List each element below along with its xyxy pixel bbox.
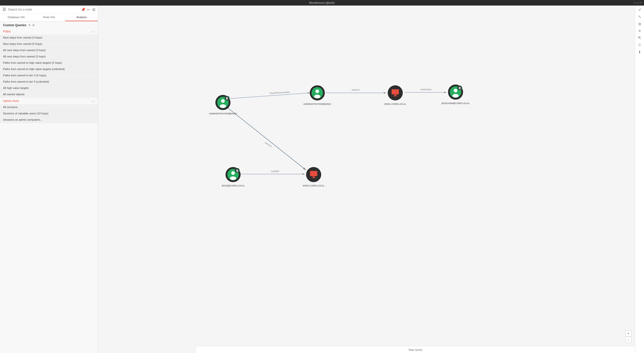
titlebar: BloodHound (@ly4k) — □ × xyxy=(0,0,644,6)
edge-label-adminto-ws01: AdminTo xyxy=(352,89,360,91)
app-title: BloodHound (@ly4k) xyxy=(309,1,335,4)
custom-queries-title: Custom Queries xyxy=(3,23,26,27)
node-admin-ws01[interactable]: ADMINISTRATOR@WS01 xyxy=(303,86,331,105)
svg-text:💀: 💀 xyxy=(458,87,461,90)
edit-icon[interactable]: ✎ xyxy=(28,24,31,27)
edge-label-sharedpasswordwith: SharedPasswordWith xyxy=(270,91,290,94)
zoom-out-btn[interactable]: − xyxy=(625,337,631,343)
right-icon-2[interactable]: ⤡ xyxy=(638,15,641,19)
admin-hunt-query-item[interactable]: All sessions xyxy=(0,104,98,110)
maximize-btn[interactable]: □ xyxy=(637,1,639,5)
paths-items: Next steps from owned (3 hops)Next steps… xyxy=(0,35,98,98)
tab-analysis[interactable]: Analysis xyxy=(65,14,98,21)
graph-area[interactable]: SharedPasswordWith AdminTo HasSession Ad… xyxy=(98,6,644,353)
hamburger-icon[interactable]: ☰ xyxy=(3,7,6,12)
node-jdoeadm[interactable]: 💀 JDOEADM@CORP.LOCAL xyxy=(441,85,470,105)
svg-rect-13 xyxy=(394,94,396,96)
svg-point-23 xyxy=(231,171,235,175)
app-container: ☰ 📌 ⊢ ⊟ Database Info Node Info Analysis… xyxy=(0,6,644,353)
svg-text:💀: 💀 xyxy=(236,169,239,172)
svg-rect-28 xyxy=(310,171,317,176)
right-icon-3[interactable]: ◎ xyxy=(638,22,641,26)
zoom-controls: + − xyxy=(625,330,631,343)
paths-section-header: Paths — xyxy=(0,28,98,35)
admin-hunt-section-header: Admin Hunt — xyxy=(0,98,98,104)
paths-query-item[interactable]: Paths from owned to tier 0 (5 hops) xyxy=(0,72,98,79)
paths-title: Paths xyxy=(3,30,11,33)
svg-point-18 xyxy=(452,94,459,98)
admin-hunt-title: Admin Hunt xyxy=(3,99,19,103)
paths-collapse-btn[interactable]: — xyxy=(91,29,95,34)
right-icon-7[interactable]: ℹ xyxy=(639,50,640,54)
admin-hunt-query-item[interactable]: Sessions of valuable users (10 hops) xyxy=(0,110,98,117)
paths-query-item[interactable]: All owned objects xyxy=(0,91,98,98)
raw-query-label: Raw Query xyxy=(409,348,423,351)
edge-label-hassession: HasSession xyxy=(421,88,432,91)
paths-query-item[interactable]: Next steps from owned (3 hops) xyxy=(0,35,98,41)
paths-query-item[interactable]: Paths from owned to high value targets (… xyxy=(0,60,98,66)
sidebar-icons: 📌 ⊢ ⊟ xyxy=(81,8,95,12)
right-panel: ⤢ ⤡ ◎ ≡ ⇱ ☉ ℹ xyxy=(635,6,644,353)
tab-node-info[interactable]: Node Info xyxy=(33,14,65,21)
sidebar: ☰ 📌 ⊢ ⊟ Database Info Node Info Analysis… xyxy=(0,6,98,353)
right-icon-1[interactable]: ⤢ xyxy=(638,8,641,12)
edge-adminto-ws02 xyxy=(228,108,306,170)
node-ws01-corp[interactable]: WS01.CORP.LOCAL xyxy=(384,86,406,105)
node-label-admin-ws01: ADMINISTRATOR@WS01 xyxy=(303,103,331,105)
svg-point-9 xyxy=(315,89,319,93)
search-input[interactable] xyxy=(8,8,79,11)
svg-rect-29 xyxy=(313,176,314,177)
refresh-icon[interactable]: ↺ xyxy=(32,24,34,27)
paths-query-item[interactable]: All next steps from owned (3 hops) xyxy=(0,47,98,53)
node-label-jdoe-corp: JDOE@CORP.LOCAL xyxy=(221,184,245,187)
admin-hunt-collapse-btn[interactable]: — xyxy=(91,99,95,103)
svg-point-24 xyxy=(230,176,236,180)
svg-rect-30 xyxy=(312,177,316,178)
minimize-btn[interactable]: — xyxy=(633,1,636,5)
paths-query-item[interactable]: All high value targets xyxy=(0,85,98,91)
svg-point-17 xyxy=(454,89,457,92)
custom-queries-header: Custom Queries ✎ ↺ xyxy=(0,21,98,28)
svg-point-10 xyxy=(314,95,320,98)
node-label-ws02-corp: WS02.CORP.LOCAL xyxy=(303,184,325,187)
paths-query-item[interactable]: Next steps from owned (5 hops) xyxy=(0,41,98,47)
paths-query-item[interactable]: All next steps from owned (5 hops) xyxy=(0,53,98,60)
filter-icon[interactable]: ⊟ xyxy=(92,8,95,12)
paths-query-item[interactable]: Paths from owned to high value targets (… xyxy=(0,66,98,72)
right-icon-5[interactable]: ⇱ xyxy=(638,36,641,40)
edge-label-canrdp: CanRDP xyxy=(271,170,279,173)
right-icon-4[interactable]: ≡ xyxy=(638,29,640,33)
right-icon-6[interactable]: ☉ xyxy=(638,43,641,47)
svg-text:💀: 💀 xyxy=(225,97,229,100)
bookmark-icon[interactable]: ⊢ xyxy=(87,8,90,12)
admin-hunt-query-item[interactable]: Sessions on admin computers... xyxy=(0,117,98,123)
window-controls[interactable]: — □ × xyxy=(633,1,642,5)
zoom-in-btn[interactable]: + xyxy=(625,330,631,336)
node-label-ws01-corp: WS01.CORP.LOCAL xyxy=(384,103,406,105)
node-label-admin-ws02: ADMINISTRATOR@WS02 xyxy=(209,112,237,115)
sidebar-content: Custom Queries ✎ ↺ Paths — Next steps fr… xyxy=(0,21,98,353)
admin-hunt-items: All sessionsSessions of valuable users (… xyxy=(0,104,98,123)
close-btn[interactable]: × xyxy=(640,1,642,5)
svg-point-4 xyxy=(220,104,226,108)
tab-database-info[interactable]: Database Info xyxy=(0,14,33,21)
pin-icon[interactable]: 📌 xyxy=(81,8,85,12)
paths-query-item[interactable]: Paths from owned to tier 0 (unlimited) xyxy=(0,79,98,85)
node-jdoe-corp[interactable]: 💀 JDOE@CORP.LOCAL xyxy=(221,167,245,187)
graph-svg: SharedPasswordWith AdminTo HasSession Ad… xyxy=(98,6,644,353)
svg-rect-12 xyxy=(392,89,399,94)
bottom-bar[interactable]: Raw Query xyxy=(196,346,635,353)
sidebar-header: ☰ 📌 ⊢ ⊟ xyxy=(0,6,98,14)
svg-point-3 xyxy=(221,99,225,103)
svg-rect-14 xyxy=(393,96,397,96)
node-label-jdoeadm: JDOEADM@CORP.LOCAL xyxy=(441,102,470,105)
tabs: Database Info Node Info Analysis xyxy=(0,14,98,21)
